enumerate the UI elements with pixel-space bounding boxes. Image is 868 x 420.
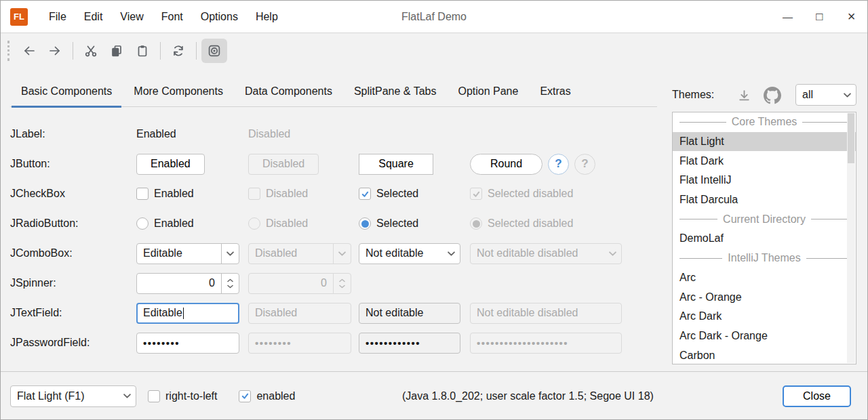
help-button-disabled: ? xyxy=(574,154,595,175)
theme-item-flat-darcula[interactable]: Flat Darcula xyxy=(673,190,856,210)
app-window: FL File Edit View Font Options Help Flat… xyxy=(0,0,868,420)
chevron-down-icon xyxy=(604,244,621,264)
theme-item-arc-dark[interactable]: Arc Dark xyxy=(673,307,856,327)
combobox-value: Not editable xyxy=(366,247,423,259)
theme-item-flat-dark[interactable]: Flat Dark xyxy=(673,151,856,171)
passwordfield-enabled[interactable]: •••••••• xyxy=(136,333,239,354)
themes-scrollbar[interactable] xyxy=(847,113,855,363)
radio-icon[interactable] xyxy=(136,217,149,230)
chevron-down-icon[interactable] xyxy=(442,244,460,264)
tab-more-components[interactable]: More Components xyxy=(123,76,234,107)
combobox-not-editable[interactable]: Not editable xyxy=(359,243,460,264)
close-window-button[interactable]: × xyxy=(835,1,867,33)
radio-label: Disabled xyxy=(266,217,308,230)
menu-file[interactable]: File xyxy=(40,1,75,33)
checkbox-label: Selected xyxy=(376,188,418,200)
theme-item-arc-orange[interactable]: Arc - Orange xyxy=(673,287,856,307)
back-button[interactable] xyxy=(16,39,42,63)
scrollbar-thumb[interactable] xyxy=(848,113,854,163)
spinner-buttons[interactable] xyxy=(221,274,239,293)
tab-splitpane-tabs[interactable]: SplitPane & Tabs xyxy=(343,76,448,107)
menu-font[interactable]: Font xyxy=(153,1,192,33)
checkbox-icon[interactable] xyxy=(136,188,149,200)
checkbox-checked-icon[interactable] xyxy=(239,390,251,402)
cut-button[interactable] xyxy=(78,39,104,63)
menu-options[interactable]: Options xyxy=(192,1,247,33)
menu-view[interactable]: View xyxy=(111,1,152,33)
themes-list: Core Themes Flat Light Flat Dark Flat In… xyxy=(672,112,856,364)
radio-enabled[interactable]: Enabled xyxy=(136,217,248,230)
paste-button[interactable] xyxy=(130,39,155,63)
radio-selected[interactable]: Selected xyxy=(359,217,470,230)
menu-edit[interactable]: Edit xyxy=(75,1,112,33)
chevron-down-icon xyxy=(333,244,351,264)
row-label-jlabel: JLabel: xyxy=(10,128,136,140)
close-button[interactable]: Close xyxy=(783,385,851,407)
enabled-button[interactable]: Enabled xyxy=(136,154,205,175)
checkbox-selected-disabled: Selected disabled xyxy=(470,188,626,200)
square-button[interactable]: Square xyxy=(359,154,433,175)
chevron-down-icon[interactable] xyxy=(838,85,856,105)
chevron-down-icon[interactable] xyxy=(227,285,233,289)
toolbar xyxy=(1,34,867,68)
refresh-button[interactable] xyxy=(165,39,191,63)
tab-basic-components[interactable]: Basic Components xyxy=(10,76,123,107)
forward-arrow-icon xyxy=(48,44,62,58)
lookandfeel-combobox[interactable]: Flat Light (F1) xyxy=(10,385,136,407)
checkbox-icon xyxy=(248,188,260,200)
round-button[interactable]: Round xyxy=(470,154,542,175)
checkbox-checked-icon[interactable] xyxy=(359,188,371,200)
checkbox-checked-icon xyxy=(470,188,482,200)
enabled-checkbox[interactable]: enabled xyxy=(239,390,295,402)
row-label-jtextfield: JTextField: xyxy=(10,307,136,319)
spinner[interactable]: 0 xyxy=(136,273,239,294)
combobox-editable[interactable]: Editable xyxy=(136,243,239,264)
copy-button[interactable] xyxy=(104,39,130,63)
radio-disabled: Disabled xyxy=(248,217,359,230)
bottombar: Flat Light (F1) right-to-left enabled (J… xyxy=(1,371,867,420)
maximize-button[interactable]: □ xyxy=(804,1,835,33)
checkbox-icon[interactable] xyxy=(148,390,160,402)
eye-icon xyxy=(208,44,221,58)
theme-filter-value: all xyxy=(802,89,813,101)
tab-extras[interactable]: Extras xyxy=(529,76,581,107)
spinner-value: 0 xyxy=(249,277,333,289)
tab-data-components[interactable]: Data Components xyxy=(234,76,343,107)
basic-components-panel: JLabel: Enabled Disabled JButton: Enable… xyxy=(10,119,626,358)
textfield-editable[interactable]: Editable xyxy=(136,303,239,324)
checkbox-enabled[interactable]: Enabled xyxy=(136,188,248,200)
toolbar-drag-grip[interactable] xyxy=(7,41,9,61)
theme-item-flat-intellij[interactable]: Flat IntelliJ xyxy=(673,171,856,190)
show-hidden-toggle-button[interactable] xyxy=(201,39,227,63)
spinner-buttons xyxy=(333,274,351,293)
tab-option-pane[interactable]: Option Pane xyxy=(447,76,529,107)
chevron-up-icon[interactable] xyxy=(227,278,233,282)
theme-item-carbon[interactable]: Carbon xyxy=(673,345,856,364)
help-button[interactable]: ? xyxy=(548,154,569,175)
row-label-jcombobox: JComboBox: xyxy=(10,247,136,259)
theme-item-arc-dark-orange[interactable]: Arc Dark - Orange xyxy=(673,327,856,346)
spinner-value[interactable]: 0 xyxy=(137,277,221,289)
right-to-left-checkbox[interactable]: right-to-left xyxy=(148,390,217,402)
checkbox-label: Enabled xyxy=(154,188,194,200)
minimize-button[interactable]: — xyxy=(772,1,804,33)
download-themes-button[interactable] xyxy=(734,86,753,105)
passwordfield-disabled: •••••••• xyxy=(248,333,351,354)
theme-item-arc[interactable]: Arc xyxy=(673,268,856,288)
forward-button[interactable] xyxy=(42,39,68,63)
toolbar-separator xyxy=(196,42,197,60)
chevron-down-icon[interactable] xyxy=(118,386,136,406)
theme-item-flat-light[interactable]: Flat Light xyxy=(673,132,856,152)
theme-filter-combobox[interactable]: all xyxy=(795,84,856,106)
github-button[interactable] xyxy=(763,86,782,105)
checkbox-selected[interactable]: Selected xyxy=(359,188,470,200)
chevron-down-icon xyxy=(339,285,345,289)
theme-item-demolaf[interactable]: DemoLaf xyxy=(673,229,856,249)
chevron-down-icon[interactable] xyxy=(221,244,239,264)
download-icon xyxy=(737,89,751,103)
radio-label: Selected disabled xyxy=(488,217,573,230)
menu-help[interactable]: Help xyxy=(247,1,287,33)
radio-checked-icon[interactable] xyxy=(359,217,371,230)
menubar: File Edit View Font Options Help xyxy=(40,1,287,33)
row-label-jradiobutton: JRadioButton: xyxy=(10,217,136,230)
